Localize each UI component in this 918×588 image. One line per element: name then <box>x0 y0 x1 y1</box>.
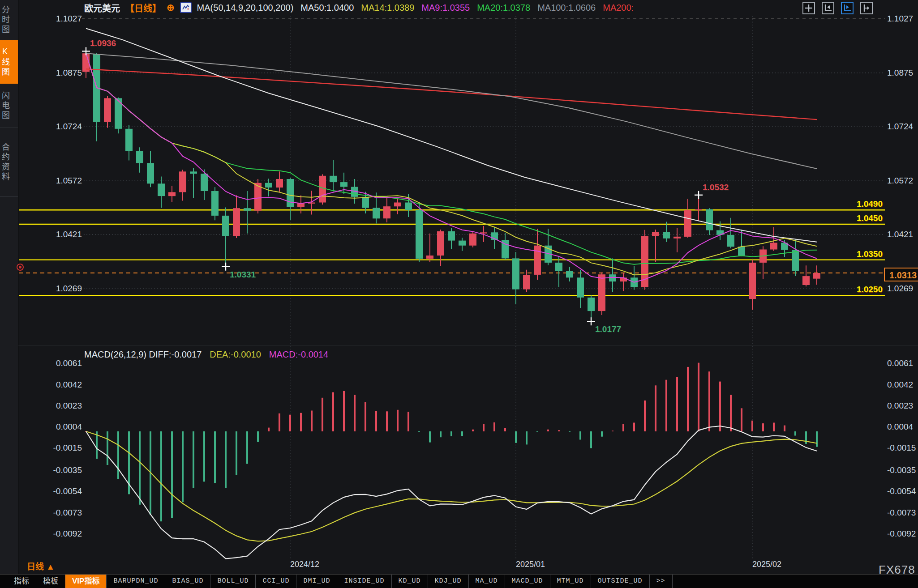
axis-pan-left-icon[interactable] <box>822 2 834 14</box>
diff-line <box>86 426 817 558</box>
candle <box>673 228 681 252</box>
macd-axis-right--0.0073: -0.0073 <box>887 507 918 518</box>
macd-bar <box>322 398 323 431</box>
tab-mtm_ud[interactable]: MTM_UD <box>550 575 591 588</box>
macd-bar <box>182 431 184 502</box>
tab-kd_ud[interactable]: KD_UD <box>392 575 428 588</box>
axis-play-icon[interactable] <box>841 2 854 14</box>
macd-bar <box>472 430 474 431</box>
extreme-label-1.0936: 1.0936 <box>90 38 116 48</box>
indicator-tabbar: 指标模板VIP指标BARUPDN_UDBIAS_UDBOLL_UDCCI_UDD… <box>0 574 918 588</box>
macd-bar <box>246 431 248 464</box>
tab-barupdn_ud[interactable]: BARUPDN_UD <box>107 575 165 588</box>
candle <box>93 53 100 141</box>
chart-style-icon[interactable] <box>180 2 192 13</box>
macd-bar <box>805 431 807 444</box>
candle <box>190 168 197 198</box>
macd-bar <box>794 431 796 436</box>
macd-bar <box>300 413 302 431</box>
candle <box>502 233 509 260</box>
gridlines <box>18 16 918 559</box>
macd-readout-2: MACD:-0.0014 <box>269 349 328 360</box>
macd-bar <box>708 371 710 431</box>
candle <box>340 173 347 194</box>
candle <box>609 258 616 292</box>
sidebar-item-3[interactable]: 闪电图 <box>0 84 18 128</box>
macd-axis-right--0.0035: -0.0035 <box>887 465 918 476</box>
macd-bar <box>655 385 656 431</box>
sidebar-item-1[interactable]: 分时图 <box>0 0 18 40</box>
price-axis-right-1.0724: 1.0724 <box>887 121 918 132</box>
chart-surface[interactable] <box>18 0 918 574</box>
add-indicator-icon[interactable]: ⊕ <box>167 2 175 13</box>
extreme-marker <box>587 317 595 325</box>
level-label-1.0450: 1.0450 <box>815 213 883 223</box>
candle <box>459 238 466 251</box>
extreme-label-1.0532: 1.0532 <box>703 183 729 192</box>
ma-segment-2: MA14:1.0389 <box>361 3 414 13</box>
macd-bar <box>719 382 721 431</box>
tab-ma_ud[interactable]: MA_UD <box>469 575 505 588</box>
macd-bar <box>225 431 227 488</box>
candle <box>244 191 251 234</box>
macd-bar <box>450 431 452 436</box>
macd-bar <box>343 391 345 431</box>
macd-axis-right--0.0054: -0.0054 <box>887 486 918 497</box>
macd-bar <box>311 411 313 432</box>
macd-bar <box>193 431 194 488</box>
price-axis-left-1.0572: 1.0572 <box>18 175 82 186</box>
ma-segment-3: MA9:1.0355 <box>421 3 470 13</box>
macd-axis-right--0.0092: -0.0092 <box>887 528 918 539</box>
macd-bar <box>644 401 646 431</box>
price-axis-right-1.1027: 1.1027 <box>887 13 918 24</box>
candle <box>437 230 444 266</box>
tab-bias_ud[interactable]: BIAS_UD <box>165 575 210 588</box>
axis-shift-right-icon[interactable] <box>860 2 873 14</box>
timeframe-footer-button[interactable]: 日线 ▲ <box>27 560 55 572</box>
candle <box>759 246 767 279</box>
candle <box>319 175 326 205</box>
macd-bar <box>698 363 699 431</box>
macd-bar <box>579 431 581 440</box>
ma-values-readout: MA(50,14,9,20,100,200)MA50:1.0400MA14:1.… <box>197 3 634 13</box>
macd-bar <box>526 431 528 444</box>
candle <box>125 125 133 161</box>
candle <box>631 266 638 290</box>
tab->>[interactable]: >> <box>650 575 673 588</box>
tab-dmi_ud[interactable]: DMI_UD <box>296 575 337 588</box>
macd-bar <box>558 430 560 431</box>
macd-axis-left-0.0061: 0.0061 <box>18 358 82 369</box>
macd-bar <box>483 424 485 431</box>
tab-outside_ud[interactable]: OUTSIDE_UD <box>591 575 650 588</box>
period-label[interactable]: 【日线】 <box>125 1 161 14</box>
candle <box>158 176 165 208</box>
tab-kdj_ud[interactable]: KDJ_UD <box>428 575 469 588</box>
macd-readout: MACD(26,12,9) DIFF:-0.0017DEA:-0.0010MAC… <box>84 349 328 360</box>
macd-histogram <box>85 363 818 522</box>
macd-axis-right--0.0015: -0.0015 <box>887 443 918 453</box>
sidebar-item-2[interactable]: K线图 <box>0 40 18 84</box>
sidebar-item-4[interactable]: 合约资料 <box>0 128 18 197</box>
tab-inside_ud[interactable]: INSIDE_UD <box>337 575 391 588</box>
candle <box>512 252 519 304</box>
month-label-2024-12: 2024/12 <box>290 560 319 569</box>
macd-bar <box>440 431 442 437</box>
macd-bar <box>236 431 237 475</box>
macd-bar <box>289 415 291 431</box>
tab-boll_ud[interactable]: BOLL_UD <box>210 575 256 588</box>
macd-bar <box>590 431 592 448</box>
macd-bar <box>504 428 506 431</box>
tab--[interactable]: 指标 <box>7 575 36 588</box>
tab-macd_ud[interactable]: MACD_UD <box>505 575 550 588</box>
macd-axis-left-0.0023: 0.0023 <box>18 401 82 411</box>
tab-cci_ud[interactable]: CCI_UD <box>256 575 296 588</box>
price-axis-left-1.0724: 1.0724 <box>18 121 82 132</box>
tab--[interactable]: 模板 <box>36 575 65 588</box>
crosshair-icon[interactable] <box>802 2 815 14</box>
drawing-tool-dot-icon[interactable] <box>17 264 24 271</box>
candle <box>749 260 756 310</box>
tab-vip-[interactable]: VIP指标 <box>65 575 107 588</box>
macd-bar <box>665 380 667 431</box>
extreme-label-1.0331: 1.0331 <box>230 270 256 280</box>
macd-readout-1: DEA:-0.0010 <box>210 349 261 360</box>
